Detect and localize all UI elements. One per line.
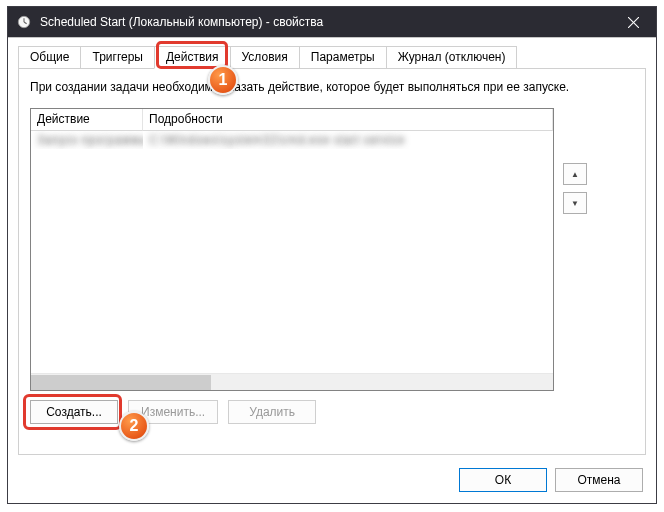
cancel-button[interactable]: Отмена <box>555 468 643 492</box>
actions-list[interactable]: Действие Подробности Запуск программы C:… <box>30 108 554 391</box>
delete-button[interactable]: Удалить <box>228 400 316 424</box>
column-action[interactable]: Действие <box>31 109 143 131</box>
close-icon <box>628 17 639 28</box>
chevron-up-icon: ▲ <box>571 170 579 179</box>
dialog-footer: ОК Отмена <box>459 468 643 492</box>
window-title: Scheduled Start (Локальный компьютер) - … <box>40 15 323 29</box>
tab-general[interactable]: Общие <box>18 46 81 68</box>
titlebar: Scheduled Start (Локальный компьютер) - … <box>8 7 656 37</box>
cell-action: Запуск программы <box>31 131 143 149</box>
tab-history[interactable]: Журнал (отключен) <box>386 46 518 68</box>
horizontal-scrollbar[interactable] <box>31 373 553 390</box>
properties-dialog: Scheduled Start (Локальный компьютер) - … <box>7 6 657 504</box>
action-button-row: Создать... Изменить... Удалить <box>30 400 316 424</box>
column-details[interactable]: Подробности <box>143 109 553 131</box>
client-area: Общие Триггеры Действия Условия Параметр… <box>8 37 656 503</box>
move-down-button[interactable]: ▼ <box>563 192 587 214</box>
tab-actions[interactable]: Действия <box>154 46 231 69</box>
instruction-text: При создании задачи необходимо указать д… <box>30 80 569 94</box>
tab-conditions[interactable]: Условия <box>230 46 300 68</box>
edit-button[interactable]: Изменить... <box>128 400 218 424</box>
tab-strip: Общие Триггеры Действия Условия Параметр… <box>18 46 646 69</box>
close-button[interactable] <box>611 7 656 37</box>
chevron-down-icon: ▼ <box>571 199 579 208</box>
list-header: Действие Подробности <box>31 109 553 131</box>
cell-details: C:\Windows\system32\cmd.exe start servic… <box>143 131 553 149</box>
ok-button[interactable]: ОК <box>459 468 547 492</box>
tab-triggers[interactable]: Триггеры <box>80 46 155 68</box>
task-scheduler-icon <box>16 14 32 30</box>
tab-settings[interactable]: Параметры <box>299 46 387 68</box>
actions-list-container: Действие Подробности Запуск программы C:… <box>30 108 554 391</box>
move-up-button[interactable]: ▲ <box>563 163 587 185</box>
create-button[interactable]: Создать... <box>30 400 118 424</box>
scrollbar-thumb[interactable] <box>31 375 211 390</box>
list-item[interactable]: Запуск программы C:\Windows\system32\cmd… <box>31 131 553 149</box>
